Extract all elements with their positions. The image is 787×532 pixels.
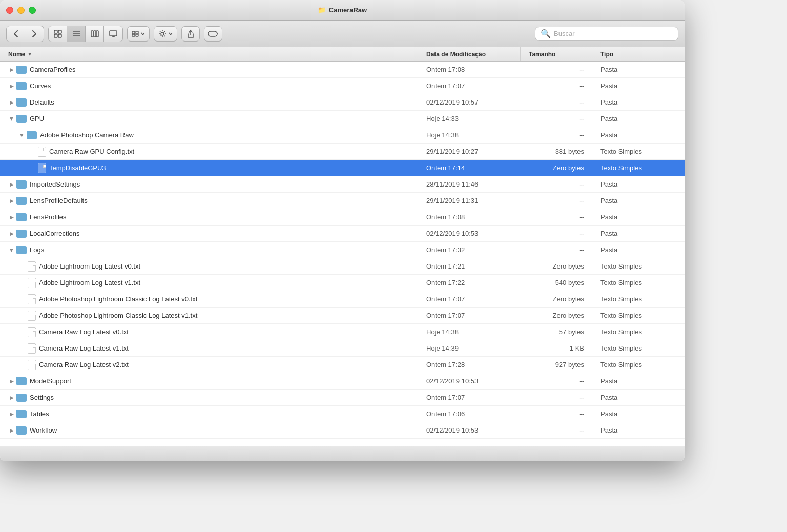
table-row[interactable]: ▶TablesOntem 17:06--Pasta [0, 406, 685, 422]
table-row[interactable]: Camera Raw Log Latest v0.txtHoje 14:3857… [0, 324, 685, 340]
file-list: ▶CameraProfilesOntem 17:08--Pasta▶Curves… [0, 62, 685, 446]
file-size-cell: 57 bytes [521, 328, 592, 336]
file-name-cell: Camera Raw Log Latest v2.txt [0, 360, 418, 370]
file-size-cell: -- [521, 246, 592, 254]
file-name-label: LensProfileDefaults [30, 197, 88, 204]
col-header-name[interactable]: Nome ▼ [0, 47, 418, 61]
file-name-cell: ▶Adobe Photoshop Camera Raw [0, 131, 418, 139]
file-date-cell: Ontem 17:07 [418, 295, 521, 303]
col-header-type[interactable]: Tipo [592, 47, 685, 61]
file-size-cell: -- [521, 410, 592, 418]
view-list-button[interactable] [67, 26, 86, 42]
search-bar[interactable]: 🔍 Buscar [535, 27, 678, 41]
table-row[interactable]: Adobe Lightroom Log Latest v1.txtOntem 1… [0, 275, 685, 291]
file-name-label: GPU [30, 115, 44, 122]
file-date-cell: 28/11/2019 11:46 [418, 180, 521, 188]
expand-arrow-icon[interactable]: ▶ [8, 411, 15, 418]
svg-rect-3 [58, 34, 61, 37]
expand-arrow-icon[interactable]: ▶ [8, 197, 15, 204]
expand-arrow-icon[interactable]: ▶ [8, 66, 15, 73]
file-name-label: ModelSupport [30, 377, 71, 385]
file-type-cell: Texto Simples [592, 164, 685, 172]
table-row[interactable]: Camera Raw GPU Config.txt29/11/2019 10:2… [0, 144, 685, 160]
table-row[interactable]: ▶LocalCorrections02/12/2019 10:53--Pasta [0, 226, 685, 242]
file-name-cell: ▶LensProfiles [0, 213, 418, 221]
folder-icon [16, 115, 27, 123]
expand-arrow-icon[interactable]: ▶ [8, 83, 15, 90]
expand-arrow-icon[interactable]: ▶ [8, 247, 15, 254]
expand-arrow-icon[interactable]: ▶ [8, 214, 15, 221]
table-row[interactable]: ▶LensProfileDefaults29/11/2019 11:31--Pa… [0, 193, 685, 209]
table-row[interactable]: TempDisableGPU3Ontem 17:14Zero bytesText… [0, 160, 685, 176]
file-type-cell: Pasta [592, 377, 685, 385]
expand-arrow-icon[interactable]: ▶ [8, 394, 15, 401]
table-row[interactable]: Camera Raw Log Latest v2.txtOntem 17:289… [0, 357, 685, 373]
table-row[interactable]: ▶Defaults02/12/2019 10:57--Pasta [0, 94, 685, 111]
svg-rect-19 [208, 31, 217, 36]
close-button[interactable] [6, 7, 13, 14]
col-header-modified[interactable]: Data de Modificação [418, 47, 521, 61]
view-columns-button[interactable] [86, 26, 104, 42]
table-row[interactable]: ▶CameraProfilesOntem 17:08--Pasta [0, 62, 685, 78]
table-row[interactable]: ▶Workflow02/12/2019 10:53--Pasta [0, 422, 685, 439]
file-date-cell: 02/12/2019 10:53 [418, 426, 521, 434]
col-header-size[interactable]: Tamanho [521, 47, 592, 61]
file-icon [28, 261, 36, 272]
maximize-button[interactable] [29, 7, 36, 14]
file-size-cell: -- [521, 213, 592, 221]
expand-arrow-icon[interactable]: ▶ [18, 132, 26, 139]
expand-arrow-icon[interactable]: ▶ [8, 427, 15, 434]
folder-icon [16, 66, 27, 74]
table-row[interactable]: Camera Raw Log Latest v1.txtHoje 14:391 … [0, 340, 685, 357]
table-row[interactable]: ▶ImportedSettings28/11/2019 11:46--Pasta [0, 176, 685, 193]
view-gallery-button[interactable] [104, 26, 122, 42]
view-icons-button[interactable] [49, 26, 67, 42]
table-row[interactable]: ▶LensProfilesOntem 17:08--Pasta [0, 209, 685, 226]
file-name-cell: ▶GPU [0, 115, 418, 123]
file-type-cell: Texto Simples [592, 262, 685, 270]
settings-button[interactable] [154, 26, 177, 42]
table-row[interactable]: ▶SettingsOntem 17:07--Pasta [0, 390, 685, 406]
file-type-cell: Pasta [592, 66, 685, 73]
share-button[interactable] [181, 26, 200, 42]
minimize-button[interactable] [17, 7, 25, 14]
folder-icon [16, 213, 27, 221]
expand-arrow-icon[interactable]: ▶ [8, 99, 15, 106]
file-name-cell: TempDisableGPU3 [0, 163, 418, 173]
table-row[interactable]: ▶LogsOntem 17:32--Pasta [0, 242, 685, 258]
back-button[interactable] [7, 26, 25, 42]
file-date-cell: Ontem 17:08 [418, 66, 521, 73]
tag-button[interactable] [204, 26, 222, 42]
svg-rect-15 [132, 34, 135, 36]
file-name-cell: ▶Settings [0, 394, 418, 402]
file-name-label: Adobe Photoshop Lightroom Classic Log La… [39, 295, 197, 303]
expand-arrow-icon[interactable]: ▶ [8, 230, 15, 237]
table-row[interactable]: ▶ModelSupport02/12/2019 10:53--Pasta [0, 373, 685, 390]
expand-arrow-icon[interactable]: ▶ [8, 115, 15, 122]
table-row[interactable]: Adobe Photoshop Lightroom Classic Log La… [0, 291, 685, 308]
file-size-cell: -- [521, 230, 592, 237]
table-row[interactable]: ▶CurvesOntem 17:07--Pasta [0, 78, 685, 94]
forward-button[interactable] [25, 26, 44, 42]
file-type-cell: Texto Simples [592, 279, 685, 287]
file-type-cell: Pasta [592, 180, 685, 188]
file-name-cell: Adobe Photoshop Lightroom Classic Log La… [0, 294, 418, 304]
table-row[interactable]: ▶GPUHoje 14:33--Pasta [0, 111, 685, 127]
file-size-cell: -- [521, 98, 592, 106]
table-row[interactable]: ▶Adobe Photoshop Camera RawHoje 14:38--P… [0, 127, 685, 144]
sort-arrow-icon: ▼ [27, 51, 32, 57]
file-size-cell: -- [521, 377, 592, 385]
file-name-label: LensProfiles [30, 213, 67, 221]
file-name-cell: ▶LensProfileDefaults [0, 197, 418, 205]
file-size-cell: -- [521, 82, 592, 90]
file-icon [28, 343, 36, 354]
file-icon [28, 294, 36, 304]
expand-arrow-icon[interactable]: ▶ [8, 181, 15, 188]
table-row[interactable]: Adobe Photoshop Lightroom Classic Log La… [0, 308, 685, 324]
expand-arrow-icon[interactable]: ▶ [8, 378, 15, 385]
file-name-cell: ▶CameraProfiles [0, 66, 418, 74]
file-date-cell: Ontem 17:32 [418, 246, 521, 254]
file-size-cell: Zero bytes [521, 312, 592, 319]
view-dropdown-button[interactable] [127, 26, 150, 42]
table-row[interactable]: Adobe Lightroom Log Latest v0.txtOntem 1… [0, 258, 685, 275]
